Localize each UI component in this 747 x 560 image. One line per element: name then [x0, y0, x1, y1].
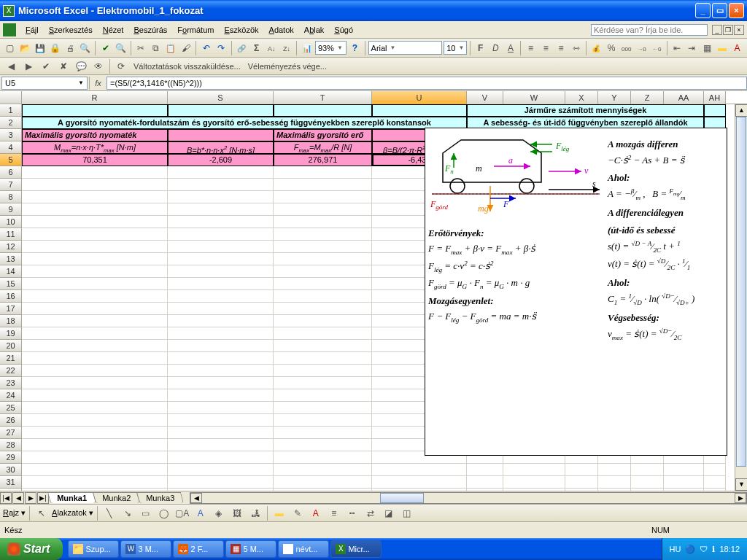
cell-empty[interactable]	[22, 216, 168, 228]
cell-empty[interactable]	[274, 166, 372, 179]
review-changes-label[interactable]: Változtatások visszaküldése...	[131, 62, 244, 71]
tray-shield-icon[interactable]: 🛡	[700, 545, 708, 553]
maximize-button[interactable]: ▭	[712, 3, 727, 18]
cell-empty[interactable]	[274, 476, 372, 489]
formula-input[interactable]: =(S5/(2*3,1416*((N5)^2)))	[107, 77, 747, 90]
cell-empty[interactable]	[704, 489, 726, 491]
scroll-thumb[interactable]	[736, 117, 746, 467]
review-prev-button[interactable]: ◀	[3, 58, 19, 74]
cell-empty[interactable]	[274, 365, 372, 377]
row-header-10[interactable]: 10	[0, 216, 22, 228]
cell-empty[interactable]	[565, 489, 598, 491]
cell-empty[interactable]	[503, 489, 565, 491]
save-button[interactable]	[33, 40, 47, 56]
sort-asc-button[interactable]	[265, 40, 279, 56]
cell-empty[interactable]	[274, 278, 372, 290]
tab-nav-next[interactable]: ▶	[25, 492, 36, 504]
review-track-button[interactable]: ⟳	[113, 58, 129, 74]
hscroll-thumb[interactable]	[380, 493, 424, 503]
cell-empty[interactable]	[274, 464, 372, 476]
wordart-tool[interactable]: A	[193, 505, 209, 521]
cell-empty[interactable]	[168, 303, 274, 315]
inc-decimal-button[interactable]	[635, 40, 649, 56]
cell-empty[interactable]	[168, 166, 274, 179]
line-style-tool[interactable]: ≡	[326, 505, 342, 521]
tray-info-icon[interactable]: ℹ	[712, 545, 715, 554]
cell-empty[interactable]	[565, 464, 598, 476]
cell-R4[interactable]: Mmax=n·x·η·T*max [N·m]	[22, 141, 168, 154]
indent-dec-button[interactable]: ⇤	[670, 40, 684, 56]
help-question-input[interactable]	[591, 24, 708, 36]
row-header-15[interactable]: 15	[0, 278, 22, 290]
cell-empty[interactable]	[22, 265, 168, 278]
italic-button[interactable]	[489, 40, 503, 56]
cell-empty[interactable]	[168, 216, 274, 228]
cell-empty[interactable]	[168, 253, 274, 265]
cell-empty[interactable]	[22, 402, 168, 414]
cell-empty[interactable]	[168, 439, 274, 451]
cell-empty[interactable]	[22, 464, 168, 476]
picture-tool[interactable]: 🏞	[247, 505, 263, 521]
fill-color-button[interactable]	[716, 40, 729, 56]
system-tray[interactable]: HU 🔵 🛡 ℹ 18:12	[662, 538, 747, 560]
row-header-14[interactable]: 14	[0, 265, 22, 278]
cell-empty[interactable]	[664, 476, 704, 489]
select-tool[interactable]: ↖	[34, 505, 50, 521]
help-button[interactable]	[348, 40, 362, 56]
cell-empty[interactable]	[631, 476, 664, 489]
cell-empty[interactable]	[598, 476, 631, 489]
cell-empty[interactable]	[22, 476, 168, 489]
oval-tool[interactable]: ◯	[156, 505, 172, 521]
tray-clock[interactable]: 18:12	[719, 545, 740, 553]
vertical-scrollbar[interactable]: ▲ ▼	[735, 104, 747, 491]
draw-menu[interactable]: Rajz ▾	[3, 508, 26, 518]
menu-edit[interactable]: Szerkesztés	[44, 24, 98, 36]
hscroll-left-button[interactable]: ◀	[190, 493, 202, 503]
cell-empty[interactable]	[168, 340, 274, 352]
dec-decimal-button[interactable]	[650, 40, 664, 56]
cell-empty[interactable]	[22, 203, 168, 216]
autosum-button[interactable]	[249, 40, 263, 56]
cell-empty[interactable]	[168, 278, 274, 290]
tray-icon[interactable]: 🔵	[685, 545, 695, 554]
cell-empty[interactable]	[372, 489, 467, 491]
cell-empty[interactable]	[22, 191, 168, 203]
cell-empty[interactable]	[274, 303, 372, 315]
minimize-button[interactable]: _	[695, 3, 711, 18]
col-header-V[interactable]: V	[467, 91, 503, 104]
cell-empty[interactable]	[22, 179, 168, 191]
review-accept-button[interactable]: ✔	[38, 58, 54, 74]
hyperlink-button[interactable]	[234, 40, 248, 56]
indent-inc-button[interactable]: ⇥	[685, 40, 699, 56]
cell-empty[interactable]	[22, 166, 168, 179]
cell-empty[interactable]	[503, 476, 565, 489]
font-color-tool[interactable]	[308, 505, 324, 521]
cut-button[interactable]	[133, 40, 147, 56]
arrow-tool[interactable]: ↘	[120, 505, 136, 521]
taskbar-item-1[interactable]: W3 M...	[120, 540, 171, 558]
spreadsheet-grid[interactable]: R S T U V W X Y Z AA AH 1234567891011121…	[0, 91, 747, 491]
shapes-menu[interactable]: Alakzatok ▾	[52, 508, 93, 518]
redo-button[interactable]	[214, 40, 228, 56]
menu-view[interactable]: Nézet	[98, 24, 129, 36]
cell-empty[interactable]	[22, 315, 168, 327]
paste-button[interactable]	[164, 40, 178, 56]
open-button[interactable]	[18, 40, 32, 56]
currency-button[interactable]	[589, 40, 603, 56]
cell-R3[interactable]: Maximális gyorsító nyomaték	[22, 129, 168, 141]
research-button[interactable]: 🔍	[114, 40, 128, 56]
cell-empty[interactable]	[664, 464, 704, 476]
bold-button[interactable]	[473, 40, 487, 56]
close-button[interactable]: ×	[729, 3, 744, 18]
tray-lang[interactable]: HU	[670, 545, 681, 553]
row-header-17[interactable]: 17	[0, 303, 22, 315]
col-header-Y[interactable]: Y	[598, 91, 631, 104]
cell-empty[interactable]	[274, 203, 372, 216]
cell-empty[interactable]	[704, 476, 726, 489]
cell-empty[interactable]	[274, 489, 372, 491]
fill-color-tool[interactable]	[271, 505, 287, 521]
row-header-7[interactable]: 7	[0, 179, 22, 191]
line-color-tool[interactable]: ✎	[290, 505, 306, 521]
underline-button[interactable]	[504, 40, 518, 56]
row-header-29[interactable]: 29	[0, 451, 22, 464]
